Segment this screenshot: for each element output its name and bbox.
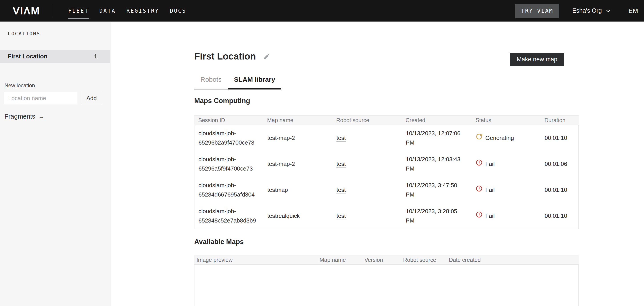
column-header-created: Created <box>402 117 472 123</box>
status-cell: Fail <box>472 211 541 221</box>
column-header-robot-source: Robot source <box>332 117 402 123</box>
robot-source-link[interactable]: test <box>336 187 346 193</box>
column-header-duration: Duration <box>540 117 579 123</box>
session-id-cell: cloudslam-job-65284d667695afd304 <box>194 181 263 199</box>
location-name: First Location <box>8 53 48 60</box>
available-maps-table: Image preview Map name Version Robot sou… <box>194 255 579 306</box>
map-name-cell: test-map-2 <box>263 159 332 169</box>
map-name-cell: testmap <box>263 185 332 195</box>
duration-cell: 00:01:06 <box>541 159 578 169</box>
column-header-status: Status <box>472 117 540 123</box>
try-viam-button[interactable]: TRY VIAM <box>515 4 559 18</box>
available-maps-header-row: Image preview Map name Version Robot sou… <box>194 255 579 265</box>
maps-computing-body: cloudslam-job-65296b2a9f4700ce73 test-ma… <box>194 125 579 229</box>
duration-cell: 00:01:10 <box>541 185 578 195</box>
status-cell: Fail <box>472 159 541 169</box>
table-row: cloudslam-job-65296a5f9f4700ce73 test-ma… <box>194 151 578 177</box>
status-label: Fail <box>485 185 495 195</box>
viam-app: VIΛM FLEET DATA REGISTRY DOCS TRY VIAM E… <box>0 0 644 306</box>
nav-divider <box>53 5 53 17</box>
column-header-session-id: Session ID <box>194 117 263 123</box>
map-name-cell: test-map-2 <box>263 133 332 143</box>
tabs: Robots SLAM library <box>194 76 579 89</box>
table-row: cloudslam-job-65284d667695afd304 testmap… <box>194 177 578 203</box>
created-cell: 10/13/2023, 12:07:06 PM <box>402 129 464 147</box>
maps-computing-heading: Maps Computing <box>194 97 579 105</box>
location-name-input[interactable] <box>4 92 77 104</box>
status-cell: Fail <box>472 185 541 195</box>
arrow-right-icon: → <box>38 113 45 120</box>
nav-item-docs[interactable]: DOCS <box>170 5 186 16</box>
sidebar-heading: LOCATIONS <box>8 31 110 36</box>
locations-sidebar: LOCATIONS First Location 1 New location … <box>0 21 110 306</box>
viam-logo[interactable]: VIΛM <box>13 5 40 16</box>
table-row: cloudslam-job-65296b2a9f4700ce73 test-ma… <box>194 125 578 151</box>
tab-slam-library[interactable]: SLAM library <box>228 76 281 89</box>
nav-item-registry[interactable]: REGISTRY <box>126 5 159 16</box>
nav-item-fleet[interactable]: FLEET <box>68 5 89 16</box>
available-maps-heading: Available Maps <box>194 238 579 246</box>
column-header-robot-source: Robot source <box>401 257 447 263</box>
fragments-link[interactable]: Fragments → <box>4 113 45 120</box>
org-switcher[interactable]: Esha's Org <box>572 7 611 14</box>
session-id-cell: cloudslam-job-652848c52e7ab8d3b9 <box>194 207 263 225</box>
fragments-label: Fragments <box>4 113 35 120</box>
chevron-down-icon <box>605 8 611 14</box>
edit-location-name-button[interactable] <box>263 53 270 60</box>
created-cell: 10/13/2023, 12:03:43 PM <box>402 155 464 173</box>
tab-robots[interactable]: Robots <box>194 76 228 89</box>
location-robot-count: 1 <box>94 53 97 60</box>
add-location-button[interactable]: Add <box>81 92 102 104</box>
created-cell: 10/12/2023, 3:47:50 PM <box>402 181 464 199</box>
page-title: First Location <box>194 51 256 61</box>
created-cell: 10/12/2023, 3:28:05 PM <box>402 207 464 225</box>
error-icon <box>476 185 482 195</box>
make-new-map-button[interactable]: Make new map <box>510 53 564 66</box>
sidebar-item-first-location[interactable]: First Location 1 <box>0 50 110 63</box>
nav-links: FLEET DATA REGISTRY DOCS <box>68 5 186 16</box>
session-id-cell: cloudslam-job-65296b2a9f4700ce73 <box>194 129 263 147</box>
duration-cell: 00:01:10 <box>541 211 578 221</box>
pencil-icon <box>263 53 270 60</box>
status-label: Generating <box>485 133 514 143</box>
maps-computing-header-row: Session ID Map name Robot source Created… <box>194 115 579 125</box>
column-header-map-name: Map name <box>263 117 332 123</box>
robot-source-link[interactable]: test <box>336 213 346 219</box>
error-icon <box>476 159 482 169</box>
new-location-label: New location <box>4 82 110 89</box>
nav-item-data[interactable]: DATA <box>99 5 116 16</box>
column-header-map-name: Map name <box>317 257 362 263</box>
title-row: First Location Make new map <box>194 51 579 61</box>
column-header-version: Version <box>362 257 401 263</box>
robot-source-link[interactable]: test <box>336 161 346 167</box>
duration-cell: 00:01:10 <box>541 133 578 143</box>
top-nav: VIΛM FLEET DATA REGISTRY DOCS TRY VIAM E… <box>0 0 644 21</box>
nav-right: TRY VIAM Esha's Org EM <box>515 4 639 18</box>
map-name-cell: testrealquick <box>263 211 332 221</box>
new-location-form: Add <box>4 92 110 104</box>
error-icon <box>476 211 482 221</box>
column-header-date-created: Date created <box>447 257 579 263</box>
refresh-icon <box>476 133 482 143</box>
status-label: Fail <box>485 211 495 221</box>
user-menu[interactable]: EM <box>628 7 638 14</box>
session-id-cell: cloudslam-job-65296a5f9f4700ce73 <box>194 155 263 173</box>
table-row: cloudslam-job-652848c52e7ab8d3b9 testrea… <box>194 203 578 229</box>
status-label: Fail <box>485 159 495 169</box>
column-header-image-preview: Image preview <box>194 257 317 263</box>
robot-source-link[interactable]: test <box>336 135 346 141</box>
maps-computing-table: Session ID Map name Robot source Created… <box>194 115 579 229</box>
org-name: Esha's Org <box>572 7 602 14</box>
available-maps-body <box>194 265 579 306</box>
main-content: First Location Make new map Robots SLAM … <box>110 21 644 306</box>
status-cell: Generating <box>472 133 541 143</box>
